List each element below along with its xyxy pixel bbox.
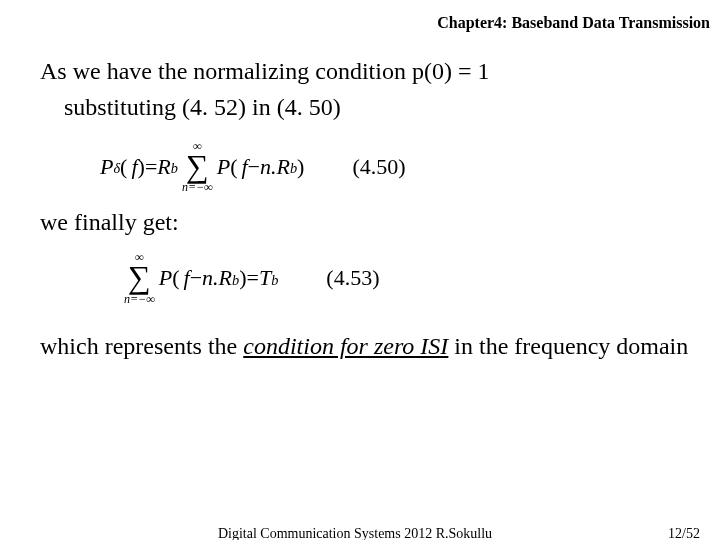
eq1-P: P <box>100 154 113 180</box>
eq1-R: R <box>157 154 170 180</box>
sigma-icon: ∑ <box>128 262 151 292</box>
page-number: 12/52 <box>668 526 700 540</box>
conclusion-pre: which represents the <box>40 333 243 359</box>
eq2-b: b <box>232 272 239 289</box>
eq1-nR: n.R <box>260 154 290 180</box>
eq1-sum-bot: n=−∞ <box>182 181 213 193</box>
eq1-P2: P <box>217 154 230 180</box>
eq1-open1: ( <box>120 154 127 180</box>
chapter-title: Chapter4: Baseband Data Transmission <box>437 14 710 31</box>
eq1-sum: ∞ ∑ n=−∞ <box>182 140 213 193</box>
eq2-close: ) <box>239 265 246 291</box>
eq2-Tb: b <box>271 272 278 289</box>
eq2-label: (4.53) <box>326 265 379 291</box>
eq2-sum: ∞ ∑ n=−∞ <box>124 251 155 304</box>
eq2-sum-bot: n=−∞ <box>124 293 155 305</box>
eq1-equals: = <box>145 154 157 180</box>
conclusion-post: in the frequency domain <box>448 333 688 359</box>
eq1-close2: ) <box>297 154 304 180</box>
eq1-minus: − <box>248 154 260 180</box>
eq2-T: T <box>259 265 271 291</box>
eq1-close1: ) <box>138 154 145 180</box>
equation-4-50: Pδ ( f ) = Rb ∞ ∑ n=−∞ P ( f − n.Rb ) <box>100 140 690 193</box>
eq2-P: P <box>159 265 172 291</box>
slide-body: As we have the normalizing condition p(0… <box>40 56 690 384</box>
line-2: substituting (4. 52) in (4. 50) <box>40 92 690 122</box>
conclusion: which represents the condition for zero … <box>40 333 690 360</box>
eq2-minus: − <box>190 265 202 291</box>
eq1-expression: Pδ ( f ) = Rb ∞ ∑ n=−∞ P ( f − n.Rb ) <box>100 140 304 193</box>
conclusion-emphasis: condition for zero ISI <box>243 333 448 359</box>
eq2-expression: ∞ ∑ n=−∞ P ( f − n.Rb ) = Tb <box>120 251 278 304</box>
eq1-label: (4.50) <box>352 154 405 180</box>
sigma-icon: ∑ <box>186 151 209 181</box>
line-1: As we have the normalizing condition p(0… <box>40 56 690 86</box>
equation-4-53: ∞ ∑ n=−∞ P ( f − n.Rb ) = Tb (4.53) <box>120 251 690 304</box>
slide: Chapter4: Baseband Data Transmission As … <box>0 0 720 540</box>
eq1-b2: b <box>290 160 297 177</box>
eq1-open2: ( <box>230 154 237 180</box>
chapter-header: Chapter4: Baseband Data Transmission <box>437 14 710 32</box>
eq2-equals: = <box>247 265 259 291</box>
eq1-Rb-sub: b <box>171 160 178 177</box>
eq1-delta-sub: δ <box>113 160 120 177</box>
eq2-nR: n.R <box>202 265 232 291</box>
footer-center: Digital Communication Systems 2012 R.Sok… <box>0 526 710 540</box>
eq2-open: ( <box>172 265 179 291</box>
line-3: we finally get: <box>40 207 690 237</box>
